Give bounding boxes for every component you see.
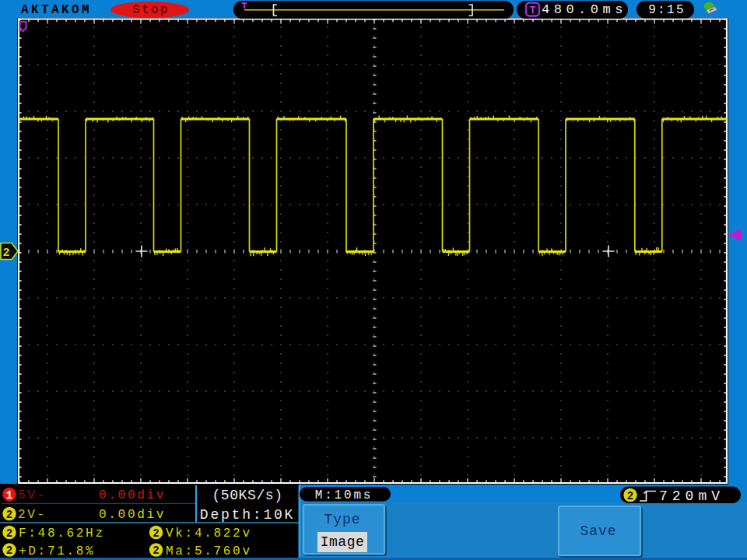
svg-text:2: 2 xyxy=(6,527,12,540)
svg-text:2: 2 xyxy=(6,544,12,557)
svg-text:2: 2 xyxy=(153,544,159,557)
svg-text:2: 2 xyxy=(153,527,159,540)
svg-text:2: 2 xyxy=(6,509,12,521)
svg-text:1: 1 xyxy=(6,489,12,502)
svg-text:2: 2 xyxy=(627,490,633,502)
svg-text:T: T xyxy=(529,5,535,16)
